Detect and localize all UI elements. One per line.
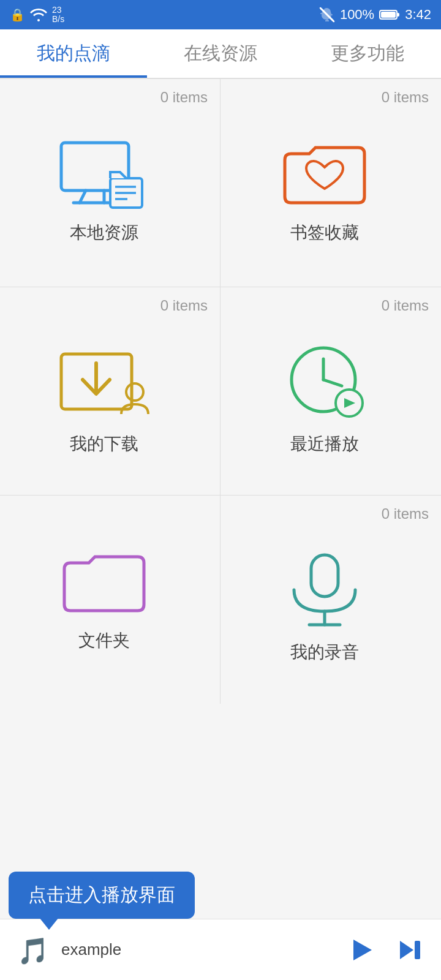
folder-label: 文件夹 [78,629,130,652]
folder-icon-area: 文件夹 [0,505,208,704]
recent-count: 0 items [382,297,429,314]
svg-marker-24 [353,940,372,960]
recording-icon-area: 我的录音 [221,522,429,704]
next-button[interactable] [392,932,429,968]
recent-label: 最近播放 [290,432,359,456]
bottom-player: 🎵 example [0,919,441,980]
svg-marker-25 [400,941,413,959]
recent-cell[interactable]: 0 items 最近播放 [221,287,441,496]
download-cell[interactable]: 0 items 我的下载 [0,287,221,496]
tab-online[interactable]: 在线资源 [147,29,294,78]
local-icon-area: 本地资源 [0,106,208,287]
tab-more[interactable]: 更多功能 [294,29,441,78]
tab-my[interactable]: 我的点滴 [0,29,147,78]
svg-line-5 [80,190,86,203]
recording-count: 0 items [382,505,429,522]
tooltip-text: 点击进入播放界面 [28,884,175,905]
svg-rect-20 [311,555,338,597]
local-resources-cell[interactable]: 0 items 本地资源 [0,79,221,287]
local-label: 本地资源 [70,221,138,244]
recent-icon-area: 最近播放 [221,314,429,495]
status-bar: 🔒 23 B/s 100% [0,0,441,29]
tab-bar: 我的点滴 在线资源 更多功能 [0,29,441,78]
download-count: 0 items [160,297,208,314]
svg-text:🎵: 🎵 [17,936,47,966]
wifi-icon [30,8,47,21]
network-speed: 23 B/s [52,6,64,24]
lock-icon: 🔒 [10,7,25,22]
svg-rect-26 [415,941,420,959]
bookmark-label: 书签收藏 [290,221,359,244]
bookmark-count: 0 items [382,89,429,106]
tooltip-wrapper[interactable]: 点击进入播放界面 [9,872,195,919]
svg-line-17 [323,380,342,386]
bell-icon [319,7,335,23]
svg-rect-2 [381,12,396,18]
svg-rect-3 [397,13,399,17]
download-icon-area: 我的下载 [0,314,208,495]
music-note-icon: 🎵 [12,932,49,968]
battery-icon [379,9,400,20]
download-label: 我的下载 [70,432,138,456]
status-left: 🔒 23 B/s [10,6,64,24]
svg-point-14 [126,383,143,401]
main-grid: 0 items 本地资源 0 items [0,78,441,704]
folder-cell[interactable]: 文件夹 [0,496,221,704]
battery-text: 100% [340,7,374,23]
recording-cell[interactable]: 0 items 我的录音 [221,496,441,704]
bookmark-icon-area: 书签收藏 [221,106,429,287]
tooltip-box[interactable]: 点击进入播放界面 [9,872,195,919]
player-title: example [61,940,331,959]
local-count: 0 items [160,89,208,106]
bookmark-cell[interactable]: 0 items 书签收藏 [221,79,441,287]
status-right: 100% 3:42 [319,7,431,23]
time-display: 3:42 [405,7,431,23]
tooltip-arrow [39,918,59,930]
play-button[interactable] [343,932,380,968]
recording-label: 我的录音 [290,641,359,664]
